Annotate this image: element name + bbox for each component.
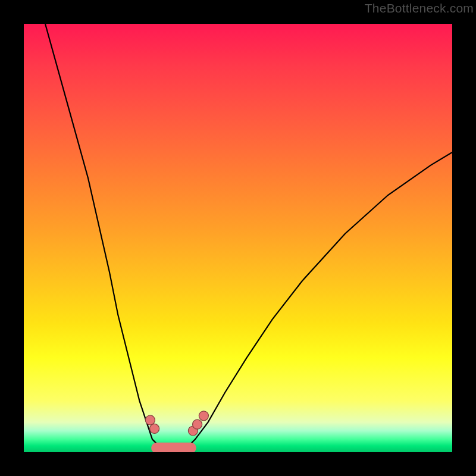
data-marker bbox=[199, 411, 208, 421]
plot-area bbox=[24, 24, 452, 452]
right-curve bbox=[187, 152, 452, 448]
left-curve bbox=[45, 24, 170, 450]
data-marker bbox=[145, 415, 155, 425]
data-marker bbox=[193, 419, 202, 429]
curves-svg bbox=[24, 24, 452, 452]
watermark-text: TheBottleneck.com bbox=[365, 1, 474, 15]
chart-frame: TheBottleneck.com bbox=[0, 0, 476, 476]
markers-group bbox=[145, 411, 208, 436]
data-marker bbox=[150, 424, 159, 433]
